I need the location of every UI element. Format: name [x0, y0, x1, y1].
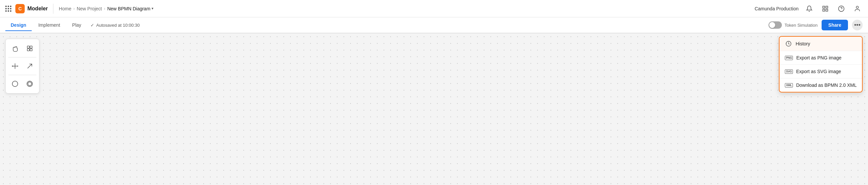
tab-implement[interactable]: Implement	[33, 20, 65, 31]
autosave-status: ✓ Autosaved at 10:00:30	[90, 23, 140, 28]
tool-divider-2	[8, 75, 36, 75]
top-navigation: C Modeler Home › New Project › New BPMN …	[0, 0, 868, 18]
svg-point-18	[28, 82, 32, 86]
dropdown-download-bpmn-label: Download as BPMN 2.0 XML	[796, 83, 857, 88]
svg-rect-3	[826, 9, 828, 11]
tool-row-top	[8, 42, 36, 55]
history-icon	[785, 41, 792, 47]
user-icon[interactable]	[852, 3, 863, 14]
svg-rect-10	[27, 49, 29, 51]
env-label: Camunda Production	[754, 6, 799, 11]
dropdown-export-svg-label: Export as SVG image	[796, 69, 841, 74]
check-icon: ✓	[90, 23, 94, 28]
more-options-button[interactable]: •••	[852, 20, 863, 30]
svg-point-16	[12, 81, 18, 87]
help-icon[interactable]	[836, 3, 847, 14]
dropdown-item-history[interactable]: History	[779, 37, 862, 51]
svg-rect-2	[823, 9, 825, 11]
circle-thick-tool-button[interactable]	[23, 77, 36, 91]
share-button[interactable]: Share	[822, 20, 848, 30]
breadcrumb: Home › New Project › New BPMN Diagram ▾	[59, 6, 154, 11]
dropdown-export-png-label: Export as PNG image	[796, 55, 841, 60]
breadcrumb-diagram-label: New BPMN Diagram	[107, 6, 150, 11]
brand-name: Modeler	[27, 6, 48, 12]
brand-logo: C Modeler	[16, 4, 48, 13]
nav-right: Camunda Production	[754, 3, 863, 14]
svg-rect-9	[30, 46, 32, 48]
token-simulation-toggle[interactable]	[769, 21, 782, 29]
svg-rect-11	[30, 49, 32, 51]
breadcrumb-sep1: ›	[73, 6, 75, 11]
xml-icon: XML	[785, 83, 793, 88]
tool-divider	[8, 57, 36, 57]
svg-icon: SVG	[785, 69, 793, 74]
breadcrumb-project[interactable]: New Project	[77, 6, 102, 11]
png-icon: PNG	[785, 56, 793, 60]
svg-rect-1	[826, 6, 828, 8]
hand-tool-button[interactable]	[8, 42, 22, 55]
svg-rect-8	[27, 46, 29, 48]
nav-divider	[53, 4, 54, 14]
second-toolbar: Design Implement Play ✓ Autosaved at 10:…	[0, 18, 868, 33]
toggle-knob	[769, 22, 775, 28]
tool-row-mid	[8, 59, 36, 73]
toolbar-right: Token Simulation Share •••	[769, 20, 863, 30]
dropdown-item-export-svg[interactable]: SVG Export as SVG image	[779, 65, 862, 79]
token-simulation-group: Token Simulation	[769, 21, 817, 29]
more-dots-icon: •••	[854, 22, 861, 29]
chevron-down-icon: ▾	[152, 6, 154, 11]
notification-bell-icon[interactable]	[804, 3, 814, 14]
svg-point-6	[856, 6, 859, 8]
tab-play[interactable]: Play	[67, 20, 87, 31]
arrow-tool-button[interactable]	[23, 59, 36, 73]
dropdown-menu: History PNG Export as PNG image SVG Expo…	[779, 36, 863, 92]
breadcrumb-sep2: ›	[104, 6, 105, 11]
split-tool-button[interactable]	[8, 59, 22, 73]
circle-tool-button[interactable]	[8, 77, 22, 91]
canvas-area[interactable]	[0, 33, 868, 185]
logo-box: C	[16, 4, 25, 13]
token-simulation-label: Token Simulation	[784, 23, 817, 28]
breadcrumb-home[interactable]: Home	[59, 6, 71, 11]
breadcrumb-current[interactable]: New BPMN Diagram ▾	[107, 6, 154, 11]
app-grid-icon[interactable]	[5, 6, 11, 12]
left-toolbar	[5, 39, 39, 93]
dropdown-item-download-bpmn[interactable]: XML Download as BPMN 2.0 XML	[779, 79, 862, 92]
tool-row-bottom	[8, 77, 36, 91]
svg-rect-0	[823, 6, 825, 8]
select-tool-button[interactable]	[23, 42, 36, 55]
dropdown-item-export-png[interactable]: PNG Export as PNG image	[779, 51, 862, 65]
autosave-text: Autosaved at 10:00:30	[96, 23, 140, 28]
svg-line-15	[28, 64, 32, 68]
grid-apps-icon[interactable]	[820, 3, 831, 14]
tab-design[interactable]: Design	[5, 20, 32, 31]
dropdown-history-label: History	[796, 41, 810, 47]
